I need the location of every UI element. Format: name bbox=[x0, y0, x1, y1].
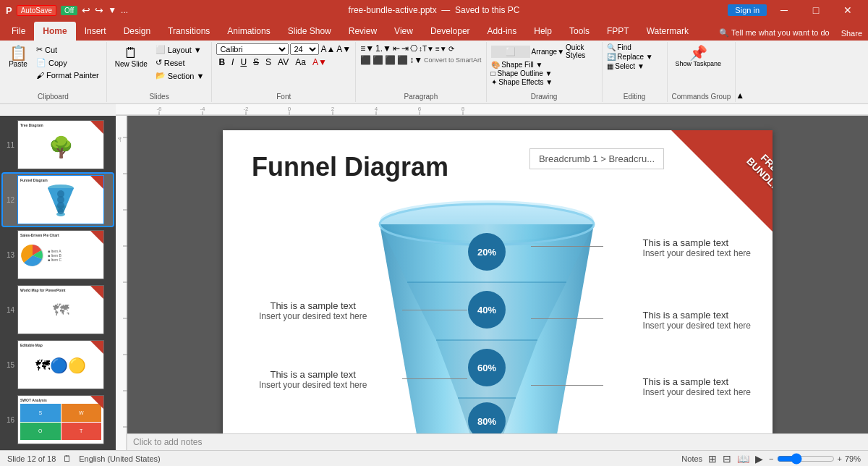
text-direction-btn[interactable]: ↕T▼ bbox=[419, 45, 434, 53]
shape-outline-btn[interactable]: □ Shape Outline ▼ bbox=[491, 69, 553, 77]
shape-effects-btn[interactable]: ✦ Shape Effects ▼ bbox=[491, 78, 553, 86]
new-slide-button[interactable]: 🗒 New Slide bbox=[111, 43, 151, 70]
shape-fill-btn[interactable]: 🎨 Shape Fill ▼ bbox=[491, 61, 553, 69]
tab-developer[interactable]: Developer bbox=[422, 22, 479, 41]
zoom-slider[interactable] bbox=[777, 453, 835, 465]
slide-item-13[interactable]: 13 Sales-Driven Pie Chart ■ Item A bbox=[3, 229, 113, 281]
notes-icon: 🗒 bbox=[63, 454, 72, 464]
notes-bar[interactable]: Click to add notes bbox=[127, 433, 868, 450]
font-size-select[interactable]: 24 bbox=[290, 43, 319, 55]
tab-animations[interactable]: Animations bbox=[218, 22, 278, 41]
slide-item-16[interactable]: 16 SWOT Analysis S W O T bbox=[3, 394, 113, 446]
char-spacing-btn[interactable]: AV bbox=[276, 56, 291, 68]
inc-indent-btn[interactable]: ⇥ bbox=[401, 43, 409, 54]
shape-selector[interactable]: ⬜ bbox=[491, 46, 530, 58]
tab-view[interactable]: View bbox=[386, 22, 422, 41]
share-button[interactable]: Share bbox=[835, 26, 868, 41]
reset-button[interactable]: ↺ Reset bbox=[153, 56, 208, 69]
section-button[interactable]: 📂 Section ▼ bbox=[153, 69, 208, 82]
thumb12-img bbox=[20, 183, 101, 219]
slide-item-15[interactable]: 15 Editable Map 🗺🔵🟡 bbox=[3, 339, 113, 391]
italic-btn[interactable]: I bbox=[229, 56, 236, 68]
tab-watermark[interactable]: Watermark bbox=[638, 22, 697, 41]
paste-button[interactable]: 📋 Paste bbox=[4, 43, 32, 70]
drawing-group: ⬜ Arrange▼ QuickStyles 🎨 Shape Fill ▼ □ … bbox=[487, 42, 603, 102]
format-painter-button[interactable]: 🖌 Format Painter bbox=[33, 69, 102, 81]
select-btn[interactable]: ▦ Select ▼ bbox=[607, 62, 644, 70]
tab-addins[interactable]: Add-ins bbox=[479, 22, 526, 41]
slide-thumb-11: Tree Diagram 🌳 bbox=[17, 120, 104, 169]
close-button[interactable]: ✕ bbox=[833, 0, 862, 20]
tab-home[interactable]: Home bbox=[34, 22, 75, 41]
new-slide-label: New Slide bbox=[115, 60, 148, 68]
tab-slideshow[interactable]: Slide Show bbox=[279, 22, 340, 41]
quick-access-btn[interactable]: ▼ bbox=[108, 5, 116, 15]
tab-design[interactable]: Design bbox=[115, 22, 159, 41]
tab-review[interactable]: Review bbox=[340, 22, 386, 41]
tab-fppt[interactable]: FPPT bbox=[598, 22, 638, 41]
align-left-btn[interactable]: ⬛ bbox=[360, 55, 371, 65]
breadcrumb-box[interactable]: Breadcrumb 1 > Breadcru... bbox=[529, 148, 664, 169]
justify-btn[interactable]: ⬛ bbox=[397, 55, 408, 65]
change-case-btn[interactable]: Aa bbox=[293, 56, 308, 68]
slideshow-view-btn[interactable]: ▶ bbox=[755, 453, 763, 465]
align-text-btn[interactable]: ≡▼ bbox=[435, 45, 447, 53]
align-right-btn[interactable]: ⬛ bbox=[385, 55, 396, 65]
bullets-btn[interactable]: ≡▼ bbox=[360, 43, 374, 54]
reading-view-btn[interactable]: 📖 bbox=[737, 453, 749, 465]
redo-btn[interactable]: ↪ bbox=[95, 4, 103, 16]
slide-item-17[interactable]: 17 Animated Product Library 📚 bbox=[3, 449, 113, 450]
undo-btn[interactable]: ↩ bbox=[82, 4, 90, 16]
slide-thumb-13: Sales-Driven Pie Chart ■ Item A ■ Item B bbox=[17, 230, 104, 279]
customize-btn[interactable]: ... bbox=[121, 5, 128, 15]
zoom-in-btn[interactable]: + bbox=[838, 454, 842, 463]
decrease-font-btn[interactable]: A▼ bbox=[336, 44, 351, 54]
underline-btn[interactable]: U bbox=[238, 56, 249, 68]
cut-button[interactable]: ✂ Cut bbox=[33, 43, 102, 56]
slides-col: ⬜ Layout ▼ ↺ Reset 📂 Section ▼ bbox=[153, 43, 208, 82]
find-btn[interactable]: 🔍 Find bbox=[607, 43, 631, 51]
notes-btn[interactable]: Notes bbox=[681, 454, 702, 463]
numbering-btn[interactable]: 1.▼ bbox=[375, 43, 391, 54]
slide-item-11[interactable]: 11 Tree Diagram 🌳 bbox=[3, 119, 113, 171]
svg-text:-4: -4 bbox=[200, 106, 205, 112]
tab-transitions[interactable]: Transitions bbox=[159, 22, 218, 41]
line-spacing-btn[interactable]: ↕▼ bbox=[409, 55, 422, 65]
align-center-btn[interactable]: ⬛ bbox=[373, 55, 383, 65]
restore-button[interactable]: □ bbox=[801, 0, 830, 20]
paragraph-convert-btn[interactable]: Convert to SmartArt bbox=[424, 56, 482, 64]
tab-insert[interactable]: Insert bbox=[76, 22, 115, 41]
show-taskpane-button[interactable]: 📌 Show Taskpane bbox=[672, 43, 725, 69]
increase-font-btn[interactable]: A▲ bbox=[320, 44, 335, 54]
font-color-btn[interactable]: A▼ bbox=[310, 56, 329, 68]
normal-view-btn[interactable]: ⊞ bbox=[708, 453, 717, 465]
font-family-select[interactable]: Calibri bbox=[216, 43, 289, 55]
zoom-out-btn[interactable]: − bbox=[769, 454, 773, 463]
copy-button[interactable]: 📄 Copy bbox=[33, 56, 102, 69]
tab-tools[interactable]: Tools bbox=[561, 22, 598, 41]
tab-help[interactable]: Help bbox=[525, 22, 561, 41]
bold-btn[interactable]: B bbox=[216, 56, 227, 68]
sign-in-button[interactable]: Sign in bbox=[728, 4, 767, 16]
strikethrough-btn[interactable]: S bbox=[251, 56, 261, 68]
thumb13-legend: ■ Item A ■ Item B ■ Item C bbox=[48, 249, 61, 262]
replace-btn[interactable]: 🔄 Replace ▼ bbox=[607, 53, 653, 61]
quick-styles-btn[interactable]: QuickStyles bbox=[566, 43, 585, 59]
layout-button[interactable]: ⬜ Layout ▼ bbox=[153, 43, 208, 56]
shadow-btn[interactable]: S bbox=[263, 56, 273, 68]
slide-canvas[interactable]: FREE BUNDLE Funnel Diagram Breadcrumb 1 … bbox=[223, 130, 773, 450]
slide-item-14[interactable]: 14 World Map for PowerPoint 🗺 bbox=[3, 284, 113, 336]
arrange-btn[interactable]: Arrange▼ bbox=[532, 48, 564, 56]
slide-sorter-btn[interactable]: ⊟ bbox=[723, 453, 731, 465]
tell-me-input[interactable]: 🔍 Tell me what you want to do bbox=[713, 25, 835, 41]
slide-title[interactable]: Funnel Diagram bbox=[252, 152, 448, 182]
cols-btn[interactable]: ⎔ bbox=[410, 43, 417, 54]
slide-item-12[interactable]: 12 Funnel Diagram bbox=[3, 174, 113, 226]
minimize-button[interactable]: ─ bbox=[770, 0, 799, 20]
thumb11-tree-icon: 🌳 bbox=[48, 135, 74, 159]
dec-indent-btn[interactable]: ⇤ bbox=[393, 43, 400, 54]
smartart-btn[interactable]: ⟳ bbox=[448, 45, 454, 53]
zoom-control[interactable]: − + 79% bbox=[769, 453, 861, 465]
tab-file[interactable]: File bbox=[3, 22, 34, 41]
collapse-ribbon-btn[interactable]: ▲ bbox=[736, 42, 750, 102]
